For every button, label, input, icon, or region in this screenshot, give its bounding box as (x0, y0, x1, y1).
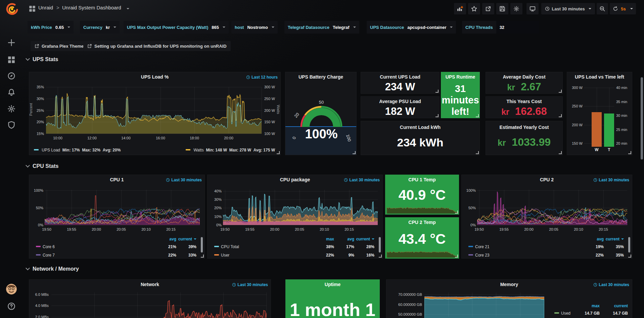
panel-resize-handle[interactable] (559, 151, 562, 154)
variable-caret[interactable] (113, 27, 116, 28)
link-grafana-plex-theme[interactable]: Grafana Plex Theme (31, 41, 88, 51)
user-avatar[interactable] (6, 284, 17, 294)
panel-time-link[interactable]: Last 30 minutes (593, 178, 629, 182)
panel-resize-handle[interactable] (455, 211, 458, 214)
network-chart[interactable] (51, 292, 267, 318)
legend-row[interactable]: CPU Total (214, 244, 239, 249)
legend-scrollbar[interactable] (201, 237, 203, 253)
refresh-button[interactable]: 5s (610, 3, 636, 14)
section-ups-stats[interactable]: UPS Stats (26, 56, 58, 62)
time-range-picker[interactable]: Last 30 minutes (541, 3, 595, 14)
dashboard-dropdown-caret[interactable] (127, 8, 129, 9)
panel-title[interactable]: CPU 2 Temp (385, 220, 459, 225)
section-cpu-stats[interactable]: CPU Stats (26, 163, 58, 169)
panel-resize-handle[interactable] (476, 151, 479, 154)
dashboard-settings-gear-icon[interactable] (510, 3, 522, 14)
panel-title[interactable]: CPU 1 Temp (385, 177, 459, 182)
variable-caret[interactable] (450, 27, 453, 28)
panel-title[interactable]: Current Load kWh (361, 125, 479, 130)
legend-series-name[interactable]: Watts (193, 148, 203, 152)
variable-value[interactable]: 865 (212, 25, 221, 30)
breadcrumb-dashboard-title[interactable]: Unraid System Dashboard (62, 5, 121, 10)
panel-title[interactable]: Current UPS Load (361, 74, 439, 80)
section-network-memory[interactable]: Network / Memory (26, 266, 79, 272)
panel-time-link[interactable]: Last 30 minutes (344, 178, 380, 182)
legend-row[interactable]: Core 21 (468, 244, 490, 249)
zoom-out-button[interactable] (597, 3, 608, 14)
add-panel-button[interactable] (454, 3, 466, 14)
variable-value[interactable]: 0.65 (55, 25, 66, 30)
legend-row[interactable]: User (214, 253, 229, 258)
cpu2-chart[interactable] (477, 190, 627, 225)
share-button[interactable] (482, 3, 494, 14)
legend-col-current[interactable]: current (608, 304, 628, 308)
legend-series-name[interactable]: UPS Load (42, 148, 60, 152)
panel-time-link[interactable]: Last 30 minutes (232, 282, 268, 287)
bar-time-left[interactable] (604, 113, 614, 147)
variable-value[interactable]: kr (106, 25, 112, 30)
configuration-gear-icon[interactable] (7, 105, 15, 113)
panel-time-link[interactable]: Last 30 minutes (166, 178, 202, 182)
legend-col-avg[interactable]: avg (156, 237, 176, 241)
panel-resize-handle[interactable] (201, 255, 204, 258)
panel-title[interactable]: UPS Load % (29, 74, 280, 80)
variable-caret[interactable] (223, 27, 225, 28)
panel-resize-handle[interactable] (277, 151, 280, 154)
panel-resize-handle[interactable] (559, 90, 562, 93)
legend-scrollbar[interactable] (379, 237, 381, 253)
panel-title[interactable]: Estimated Yearly Cost (486, 125, 562, 130)
legend-row[interactable]: Core 7 (36, 253, 55, 258)
cycle-view-monitor-icon[interactable] (526, 3, 539, 14)
panel-resize-handle[interactable] (435, 90, 439, 93)
panel-resize-handle[interactable] (559, 114, 562, 117)
dashboards-icon[interactable] (7, 56, 15, 64)
variable-caret[interactable] (67, 27, 70, 28)
panel-title[interactable]: UPS Load vs Time left (567, 74, 632, 80)
breadcrumb-folder[interactable]: Unraid (38, 5, 53, 10)
panel-title[interactable]: This Years Cost (486, 99, 562, 104)
panel-resize-handle[interactable] (628, 151, 631, 154)
panel-title[interactable]: Average PSU Load (361, 99, 439, 104)
panel-resize-handle[interactable] (353, 151, 356, 154)
server-admin-shield-icon[interactable] (7, 121, 15, 129)
variable-caret[interactable] (272, 27, 274, 28)
legend-col-current[interactable]: current (354, 237, 374, 241)
link-ups-monitoring-guide[interactable]: Setting up Grafana and InfluxDB for UPS … (83, 41, 231, 51)
panel-resize-handle[interactable] (435, 114, 439, 117)
create-icon[interactable] (7, 39, 15, 47)
legend-col-current[interactable]: current (604, 237, 624, 241)
alerting-bell-icon[interactable] (7, 88, 15, 96)
star-button[interactable] (468, 3, 480, 14)
legend-row[interactable]: Core 23 (468, 253, 490, 258)
panel-title[interactable]: UPS Runtime (441, 74, 479, 80)
legend-scrollbar[interactable] (628, 237, 630, 253)
panel-time-link[interactable]: Last 30 minutes (593, 282, 629, 287)
variable-value[interactable]: Nostromo (247, 25, 270, 30)
variable-value[interactable]: Telegraf (333, 25, 352, 30)
legend-col-max[interactable]: max (580, 304, 600, 308)
panel-title[interactable]: Average Daily Cost (486, 74, 562, 80)
page-scrollbar[interactable] (641, 77, 643, 160)
cpu-threads-input[interactable] (496, 21, 539, 34)
cpu1-chart[interactable] (45, 190, 200, 225)
panel-resize-handle[interactable] (455, 255, 458, 258)
legend-col-current[interactable]: current (176, 237, 196, 241)
legend-col-avg[interactable]: avg (334, 237, 354, 241)
help-icon[interactable] (7, 302, 15, 310)
panel-time-link[interactable]: Last 12 hours (246, 75, 278, 80)
legend-col-max[interactable]: max (314, 237, 334, 241)
legend-row[interactable]: Used (554, 311, 570, 316)
panel-resize-handle[interactable] (379, 255, 382, 258)
legend-row[interactable]: Core 6 (36, 244, 55, 249)
legend-col-avg[interactable]: avg (584, 237, 604, 241)
refresh-interval-label[interactable]: 5s (621, 6, 626, 11)
panel-title[interactable]: Uptime (286, 282, 379, 287)
explore-icon[interactable] (7, 72, 15, 80)
save-button[interactable] (496, 3, 508, 14)
variable-value[interactable]: apcupsd-container (407, 25, 448, 30)
bar-watts[interactable] (592, 112, 602, 147)
panel-resize-handle[interactable] (476, 114, 479, 117)
panel-resize-handle[interactable] (628, 255, 631, 258)
battery-gauge[interactable]: 0 20 50 100 100% (285, 72, 357, 155)
variable-caret[interactable] (353, 27, 356, 28)
